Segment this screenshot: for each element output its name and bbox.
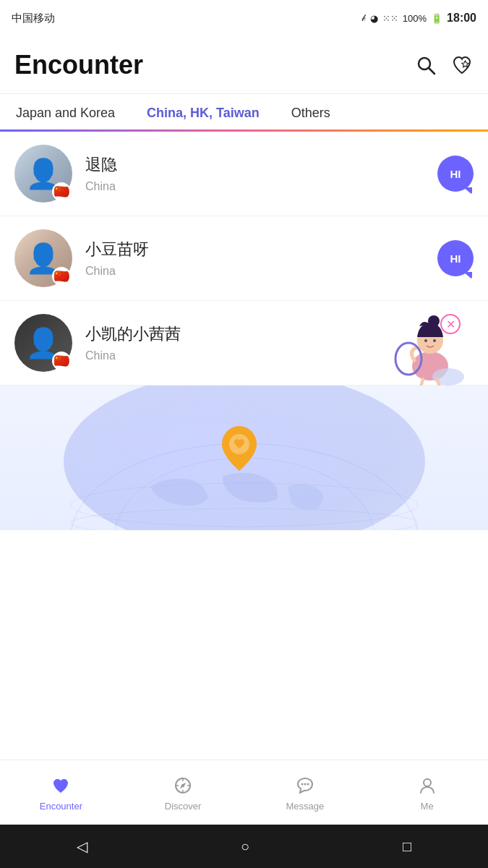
me-icon [416,774,439,797]
tab-china-hk-taiwan[interactable]: China, HK, Taiwan [131,94,275,132]
nav-discover-label: Discover [165,801,202,812]
nav-me[interactable]: Me [366,774,488,812]
svg-point-21 [304,783,306,785]
svg-point-6 [433,339,436,342]
hi-button[interactable]: HI [437,156,474,192]
nav-message-label: Message [286,801,325,812]
discover-icon [171,774,194,797]
svg-line-1 [429,68,435,74]
flag-badge: 🇨🇳 [52,182,71,201]
user-location: China [85,265,437,278]
user-name: 退隐 [85,154,437,176]
svg-point-22 [307,783,309,785]
user-item[interactable]: 🇨🇳 退隐 China HI [0,132,488,216]
home-button[interactable]: ○ [241,838,249,855]
system-bar: ◁ ○ □ [0,825,488,868]
bluetooth-icon: 𝒷 [361,12,366,24]
location-pin [220,425,259,472]
signal-icon: ⁙⁙ [382,13,398,24]
header-actions [414,54,474,77]
hi-button[interactable]: HI [437,240,474,276]
svg-point-20 [301,783,303,785]
message-icon [294,774,317,797]
carrier: 中国移动 [12,12,55,25]
user-info: 小豆苗呀 China [85,239,437,278]
tab-others[interactable]: Others [275,94,346,132]
avatar: 🇨🇳 [14,145,72,203]
user-info: 退隐 China [85,154,437,193]
page-title: Encounter [14,50,143,80]
status-icons: 𝒷 ◕ ⁙⁙ 100% 🔋 18:00 [361,12,476,25]
flag-badge: 🇨🇳 [52,267,71,286]
avatar: 🇨🇳 [14,314,72,372]
recent-button[interactable]: □ [403,838,411,855]
sticker-area: ✕ [387,308,481,395]
user-location: China [85,180,437,193]
battery-text: 100% [403,13,427,24]
status-bar: 中国移动 𝒷 ◕ ⁙⁙ 100% 🔋 18:00 [0,0,488,36]
svg-point-23 [424,779,431,786]
bottom-navigation: Encounter Discover Message [0,760,488,825]
search-button[interactable] [414,54,437,77]
user-name: 小豆苗呀 [85,239,437,260]
app-header: Encounter [0,36,488,94]
tab-japan-korea[interactable]: Japan and Korea [0,94,131,132]
user-item[interactable]: 🇨🇳 小豆苗呀 China HI [0,216,488,301]
nav-discover[interactable]: Discover [122,774,244,812]
globe-area [0,386,488,530]
svg-point-5 [424,339,427,342]
nav-encounter[interactable]: Encounter [0,774,122,812]
like-button[interactable] [450,54,474,77]
tab-navigation: Japan and Korea China, HK, Taiwan Others [0,94,488,132]
close-sticker-button[interactable]: ✕ [440,314,461,334]
user-item[interactable]: 🇨🇳 小凯的小茜茜 China ✕ [0,301,488,386]
svg-point-4 [428,315,440,327]
user-list: 🇨🇳 退隐 China HI 🇨🇳 小豆苗呀 China HI 🇨🇳 小 [0,132,488,386]
flag-badge: 🇨🇳 [52,352,71,370]
wifi-icon: ◕ [370,13,378,24]
back-button[interactable]: ◁ [77,838,87,855]
battery-icon: 🔋 [431,13,442,24]
nav-message[interactable]: Message [244,774,367,812]
nav-me-label: Me [421,801,434,812]
nav-encounter-label: Encounter [40,801,82,812]
encounter-icon [49,774,72,797]
avatar: 🇨🇳 [14,229,72,287]
status-time: 18:00 [447,12,476,25]
